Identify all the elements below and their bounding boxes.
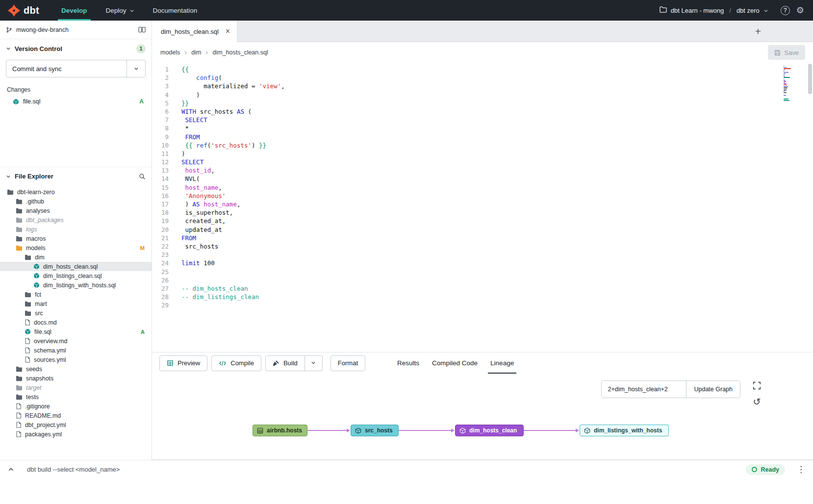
project-selector[interactable]: dbt zero <box>737 7 768 14</box>
tab-lineage[interactable]: Lineage <box>484 353 520 374</box>
breadcrumb-item-models[interactable]: models <box>160 49 180 56</box>
minimap[interactable] <box>784 66 802 102</box>
nav-item-develop[interactable]: Develop <box>52 0 97 21</box>
tree-item-src[interactable]: src <box>0 308 152 318</box>
tree-item-schema-yml[interactable]: schema.yml <box>0 346 152 355</box>
tree-item-dim[interactable]: dim <box>0 252 152 262</box>
split-view-icon[interactable] <box>138 26 146 33</box>
tree-item-sources-yml[interactable]: sources.yml <box>0 355 152 364</box>
line-number: 3 <box>152 82 175 90</box>
tree-item-models[interactable]: modelsM <box>0 243 152 252</box>
overflow-menu-icon[interactable]: ⋮ <box>797 465 805 474</box>
tree-item-mart[interactable]: mart <box>0 299 152 308</box>
tab-compiled-code[interactable]: Compiled Code <box>426 353 484 374</box>
tree-item-target[interactable]: target <box>0 383 152 392</box>
tree-item-dbt-learn-zero[interactable]: dbt-learn-zero <box>0 187 152 197</box>
file-explorer-header[interactable]: File Explorer <box>0 167 152 185</box>
format-button[interactable]: Format <box>330 355 365 371</box>
folder-icon <box>16 245 23 251</box>
breadcrumb-item-file[interactable]: dim_hosts_clean.sql <box>212 49 268 56</box>
search-icon[interactable] <box>139 173 146 180</box>
chevron-down-icon <box>129 8 134 13</box>
code-line: updated_at <box>181 226 769 234</box>
version-control-header[interactable]: Version Control 1 <box>0 39 152 58</box>
code-line: src_hosts <box>181 242 769 251</box>
tree-item--github[interactable]: .github <box>0 197 152 206</box>
save-button[interactable]: Save <box>768 45 805 60</box>
code-content[interactable]: {{ config( materialized = 'view', )}}WIT… <box>181 65 769 309</box>
nav-item-deploy[interactable]: Deploy <box>97 0 144 21</box>
nav-item-documentation[interactable]: Documentation <box>144 0 207 21</box>
hammer-icon <box>273 360 279 367</box>
line-number: 24 <box>152 259 175 267</box>
tree-item-snapshots[interactable]: snapshots <box>0 374 152 383</box>
compile-button[interactable]: Compile <box>211 355 261 371</box>
commit-options-button[interactable] <box>127 60 145 77</box>
tree-item-analyses[interactable]: analyses <box>0 206 152 215</box>
scrollbar-thumb[interactable] <box>808 64 812 94</box>
folder-icon <box>16 217 23 223</box>
help-button[interactable]: ? <box>781 6 790 15</box>
lineage-node-dim-hosts-clean[interactable]: dim_hosts_clean <box>455 425 524 436</box>
file-icon <box>16 412 22 419</box>
tree-item-dim-listings-clean-sql[interactable]: dim_listings_clean.sql <box>0 271 152 280</box>
tree-item-dim-hosts-clean-sql[interactable]: dim_hosts_clean.sql <box>0 262 152 271</box>
file-tree: dbt-learn-zero.githubanalysesdbt_package… <box>0 187 152 460</box>
tree-item-dbt-project-yml[interactable]: dbt_project.yml <box>0 420 152 429</box>
tree-item-readme-md[interactable]: README.md <box>0 411 152 420</box>
build-label: Build <box>283 359 298 367</box>
panel-toolbar: Preview Compile Build Format ResultsComp… <box>152 352 813 374</box>
editor-scrollbar[interactable] <box>808 64 812 350</box>
file-icon <box>16 403 22 409</box>
tree-item-dim-listings-with-hosts-sql[interactable]: dim_listings_with_hosts.sql <box>0 280 152 290</box>
close-tab-icon[interactable]: × <box>226 27 230 35</box>
tab-results[interactable]: Results <box>391 353 426 374</box>
tab-bar: dim_hosts_clean.sql × + <box>152 21 813 42</box>
settings-gear-button[interactable]: ⚙ <box>796 6 804 15</box>
tree-item-label: tests <box>26 394 39 401</box>
tree-item-dbt-packages[interactable]: dbt_packages <box>0 215 152 225</box>
lineage-node-airbnb-hosts[interactable]: airbnb.hosts <box>253 425 307 436</box>
tree-item-docs-md[interactable]: docs.md <box>0 318 152 327</box>
lineage-node-src-hosts[interactable]: src_hosts <box>351 425 399 436</box>
tree-item-tests[interactable]: tests <box>0 392 152 402</box>
new-tab-button[interactable]: + <box>750 21 766 42</box>
lineage-node-dim-listings-with-hosts[interactable]: dim_listings_with_hosts <box>580 425 669 436</box>
tree-item-overview-md[interactable]: overview.md <box>0 336 152 346</box>
commit-and-sync-button[interactable]: Commit and sync <box>6 60 146 77</box>
tree-item--gitignore[interactable]: .gitignore <box>0 402 152 411</box>
folder-icon <box>16 208 23 214</box>
code-editor[interactable]: 1234567891011121314151617181920212223242… <box>152 63 813 352</box>
editor-tab[interactable]: dim_hosts_clean.sql × <box>152 21 237 42</box>
build-button[interactable]: Build <box>265 355 305 371</box>
tree-item-macros[interactable]: macros <box>0 234 152 243</box>
tree-item-packages-yml[interactable]: packages.yml <box>0 429 152 439</box>
account-selector[interactable]: dbt Learn - mwong <box>660 6 724 14</box>
branch-row[interactable]: mwong-dev-branch <box>0 21 152 39</box>
folder-icon <box>16 366 23 372</box>
file-icon <box>25 338 30 344</box>
tree-item-seeds[interactable]: seeds <box>0 364 152 374</box>
folder-icon <box>16 376 23 381</box>
code-line: {{ <box>181 65 769 74</box>
command-input[interactable]: dbt build --select <model_name> <box>27 466 120 473</box>
chevron-right-icon <box>183 50 188 55</box>
brand[interactable]: dbt <box>0 0 52 21</box>
breadcrumb-item-dim[interactable]: dim <box>191 49 201 56</box>
tree-item-label: .gitignore <box>25 403 50 410</box>
file-icon <box>25 347 30 353</box>
build-options-button[interactable] <box>305 355 323 371</box>
line-number: 20 <box>152 226 175 234</box>
changed-file-name: file.sql <box>23 98 40 105</box>
preview-button[interactable]: Preview <box>159 355 207 371</box>
lineage-node-label: dim_hosts_clean <box>469 427 517 434</box>
changed-file-file-sql[interactable]: file.sqlA <box>0 96 152 107</box>
tree-item-fct[interactable]: fct <box>0 290 152 299</box>
code-line <box>181 301 769 309</box>
tree-item-file-sql[interactable]: file.sqlA <box>0 327 152 336</box>
expand-panel-icon[interactable] <box>8 466 14 473</box>
tree-item-logs[interactable]: logs <box>0 225 152 234</box>
nav-item-label: Deploy <box>106 7 127 14</box>
tree-item-label: packages.yml <box>25 431 62 438</box>
line-number: 14 <box>152 175 175 183</box>
